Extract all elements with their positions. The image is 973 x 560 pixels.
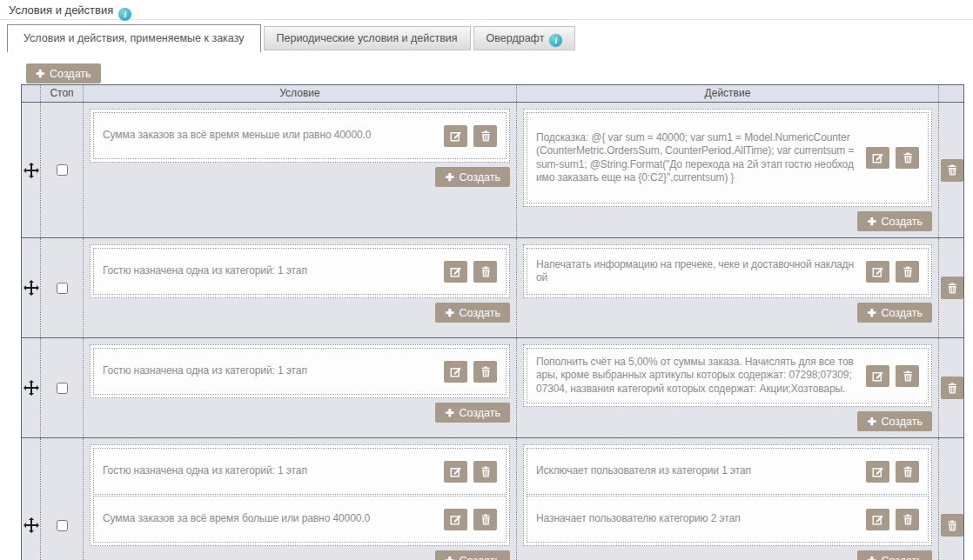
condition-text: Гостю назначена одна из категорий: 1 эта… bbox=[103, 264, 435, 277]
delete-button[interactable] bbox=[896, 365, 919, 387]
move-icon bbox=[23, 517, 40, 534]
edit-button[interactable] bbox=[444, 125, 467, 147]
trash-icon bbox=[903, 266, 913, 277]
row-delete-cell bbox=[939, 438, 965, 560]
info-icon[interactable]: i bbox=[549, 34, 562, 47]
edit-button[interactable] bbox=[866, 147, 889, 169]
tab-conditions-order[interactable]: Условия и действия, применяемые к заказу bbox=[7, 24, 261, 52]
stop-cell bbox=[41, 103, 84, 237]
table-row: Сумма заказов за всё время меньше или ра… bbox=[22, 103, 963, 238]
edit-button[interactable] bbox=[444, 509, 467, 530]
plus-icon: ✚ bbox=[36, 69, 44, 79]
action-cell: Напечатать информацию на пречеке, чеке и… bbox=[517, 238, 939, 337]
header-delete-column bbox=[939, 85, 965, 102]
conditions-table: Стоп Условие Действие Сумма заказов за в… bbox=[21, 84, 964, 560]
action-item: Подсказка: @{ var sum = 40000; var sum1 … bbox=[527, 112, 929, 203]
drag-handle[interactable] bbox=[22, 238, 41, 337]
edit-button[interactable] bbox=[866, 261, 889, 283]
create-rule-label: Создать bbox=[50, 68, 91, 80]
delete-row-button[interactable] bbox=[941, 277, 963, 299]
delete-button[interactable] bbox=[473, 361, 497, 383]
edit-button[interactable] bbox=[866, 509, 889, 530]
trash-icon bbox=[480, 466, 491, 477]
drag-handle[interactable] bbox=[22, 438, 41, 560]
create-condition-button[interactable]: ✚ Создать bbox=[435, 403, 510, 423]
move-icon bbox=[23, 162, 40, 179]
condition-item: Сумма заказов за всё время больше или ра… bbox=[93, 496, 507, 543]
condition-text: Сумма заказов за всё время меньше или ра… bbox=[103, 129, 435, 142]
delete-button[interactable] bbox=[473, 261, 497, 283]
plus-icon: ✚ bbox=[867, 217, 876, 227]
action-item: Напечатать информацию на пречеке, чеке и… bbox=[527, 248, 929, 295]
delete-row-button[interactable] bbox=[941, 514, 963, 537]
trash-icon bbox=[480, 366, 491, 377]
edit-button[interactable] bbox=[866, 461, 889, 483]
stop-checkbox[interactable] bbox=[57, 520, 68, 531]
header-action: Действие bbox=[517, 85, 939, 102]
page-header: Условия и действияi bbox=[0, 0, 973, 20]
edit-button[interactable] bbox=[866, 365, 889, 387]
action-text: Подсказка: @{ var sum = 40000; var sum1 … bbox=[536, 131, 857, 184]
delete-button[interactable] bbox=[473, 125, 497, 147]
page-title: Условия и действия bbox=[9, 3, 113, 17]
create-rule-button[interactable]: ✚ Создать bbox=[26, 63, 101, 83]
info-icon[interactable]: i bbox=[118, 8, 131, 21]
header-drag-column bbox=[22, 85, 41, 102]
delete-button[interactable] bbox=[896, 461, 919, 483]
drag-handle[interactable] bbox=[22, 338, 41, 437]
delete-button[interactable] bbox=[896, 147, 919, 169]
move-icon bbox=[23, 279, 40, 297]
action-item: Исключает пользователя из категории 1 эт… bbox=[527, 448, 929, 495]
plus-icon: ✚ bbox=[867, 417, 876, 427]
delete-row-button[interactable] bbox=[941, 159, 963, 182]
header-stop: Стоп bbox=[41, 85, 84, 102]
plus-icon: ✚ bbox=[867, 308, 876, 318]
trash-icon bbox=[903, 466, 913, 477]
action-items: Пополнить счёт на 5,00% от суммы заказа.… bbox=[523, 344, 932, 407]
plus-icon: ✚ bbox=[445, 408, 453, 418]
stop-checkbox[interactable] bbox=[57, 283, 68, 294]
create-action-button[interactable]: ✚ Создать bbox=[857, 550, 932, 560]
trash-icon bbox=[903, 514, 913, 525]
table-row: Гостю назначена одна из категорий: 1 эта… bbox=[22, 238, 963, 338]
delete-button[interactable] bbox=[473, 461, 497, 483]
trash-icon bbox=[480, 514, 491, 525]
tab-overdraft[interactable]: Овердрафтi bbox=[473, 26, 576, 50]
table-row: Гостю назначена одна из категорий: 1 эта… bbox=[22, 338, 963, 438]
plus-icon: ✚ bbox=[445, 556, 453, 560]
condition-cell: Гостю назначена одна из категорий: 1 эта… bbox=[84, 338, 517, 437]
header-condition: Условие bbox=[84, 85, 517, 102]
create-action-button[interactable]: ✚ Создать bbox=[857, 411, 932, 431]
edit-icon bbox=[872, 514, 883, 525]
condition-items: Гостю назначена одна из категорий: 1 эта… bbox=[90, 244, 510, 298]
action-text: Назначает пользователю категорию 2 этап bbox=[536, 512, 857, 525]
tab-periodic-conditions[interactable]: Периодические условия и действия bbox=[264, 26, 471, 50]
tab-bar: Условия и действия, применяемые к заказу… bbox=[7, 24, 973, 52]
stop-checkbox[interactable] bbox=[57, 164, 68, 176]
row-delete-cell bbox=[939, 338, 965, 437]
edit-button[interactable] bbox=[444, 461, 467, 483]
condition-text: Гостю назначена одна из категорий: 1 эта… bbox=[103, 464, 435, 477]
drag-handle[interactable] bbox=[22, 103, 41, 237]
trash-icon bbox=[947, 164, 957, 176]
edit-icon bbox=[450, 130, 461, 142]
edit-button[interactable] bbox=[444, 361, 467, 383]
edit-icon bbox=[450, 366, 461, 377]
stop-checkbox[interactable] bbox=[57, 383, 68, 394]
delete-row-button[interactable] bbox=[941, 377, 963, 399]
delete-button[interactable] bbox=[896, 261, 919, 283]
edit-icon bbox=[450, 266, 461, 277]
delete-button[interactable] bbox=[473, 509, 497, 530]
condition-item: Гостю назначена одна из категорий: 1 эта… bbox=[93, 248, 507, 295]
create-condition-button[interactable]: ✚ Создать bbox=[435, 303, 510, 323]
edit-button[interactable] bbox=[444, 261, 467, 283]
condition-item: Гостю назначена одна из категорий: 1 эта… bbox=[93, 348, 507, 395]
create-action-button[interactable]: ✚ Создать bbox=[857, 211, 932, 231]
action-item: Назначает пользователю категорию 2 этап bbox=[527, 496, 929, 543]
trash-icon bbox=[947, 383, 957, 394]
create-condition-button[interactable]: ✚ Создать bbox=[435, 550, 510, 560]
create-action-button[interactable]: ✚ Создать bbox=[857, 303, 932, 323]
create-condition-button[interactable]: ✚ Создать bbox=[435, 167, 510, 187]
delete-button[interactable] bbox=[896, 509, 919, 530]
trash-icon bbox=[903, 152, 913, 163]
